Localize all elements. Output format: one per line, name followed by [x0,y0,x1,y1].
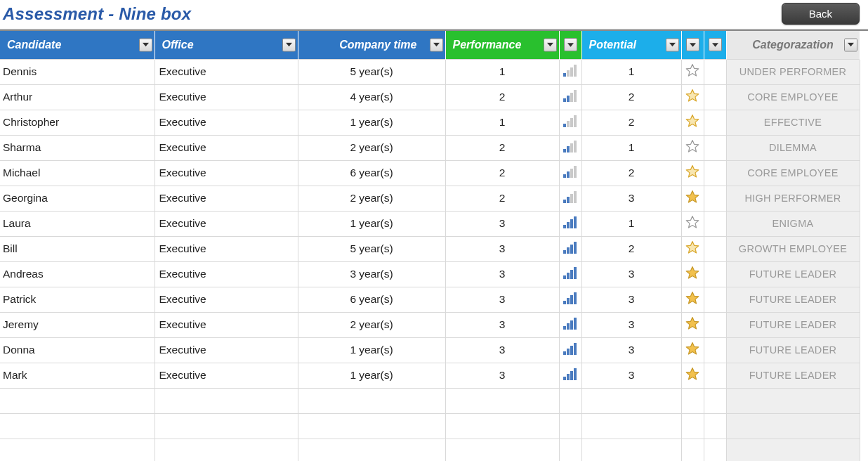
cell-candidate[interactable]: Arthur [0,84,154,110]
cell-performance[interactable]: 2 [445,186,559,211]
table-row[interactable]: AndreasExecutive3 year(s)33FUTURE LEADER [0,261,860,287]
cell-office[interactable]: Executive [154,110,298,135]
table-row[interactable]: SharmaExecutive2 year(s)21DILEMMA [0,135,860,160]
filter-candidate[interactable] [139,38,152,51]
cell-potential[interactable]: 1 [581,211,681,236]
cell-candidate[interactable]: Jeremy [0,312,154,337]
cell-potential[interactable]: 1 [581,135,681,160]
cell-potential[interactable]: 2 [581,160,681,186]
cell-company-time[interactable]: 2 year(s) [298,186,445,211]
cell-office[interactable]: Executive [154,312,298,337]
table-row[interactable]: ChristopherExecutive1 year(s)12EFFECTIVE [0,110,860,135]
cell-spacer [704,337,726,363]
cell-company-time[interactable]: 2 year(s) [298,312,445,337]
cell-performance[interactable]: 2 [445,135,559,160]
cell-office[interactable]: Executive [154,160,298,186]
cell-company-time[interactable]: 1 year(s) [298,110,445,135]
cell-performance[interactable]: 2 [445,84,559,110]
filter-extra[interactable] [709,38,722,51]
filter-categorization[interactable] [844,38,857,51]
cell-candidate[interactable]: Patrick [0,287,154,312]
cell-candidate[interactable]: Christopher [0,110,154,135]
back-button[interactable]: Back [782,3,860,25]
table-row[interactable]: MarkExecutive1 year(s)33FUTURE LEADER [0,363,860,388]
cell-performance[interactable]: 1 [445,59,559,84]
col-company-time[interactable]: Company time [298,31,445,59]
col-candidate[interactable]: Candidate [0,31,154,59]
cell-company-time[interactable]: 4 year(s) [298,84,445,110]
filter-performance-icon[interactable] [564,38,577,51]
cell-performance[interactable]: 3 [445,337,559,363]
svg-rect-28 [563,250,566,254]
col-performance[interactable]: Performance [445,31,559,59]
table-row[interactable]: LauraExecutive1 year(s)31ENIGMA [0,211,860,236]
cell-potential[interactable]: 3 [581,363,681,388]
cell-performance[interactable]: 1 [445,110,559,135]
col-office[interactable]: Office [154,31,298,59]
cell-candidate[interactable]: Donna [0,337,154,363]
cell-potential[interactable]: 3 [581,186,681,211]
cell-company-time[interactable]: 1 year(s) [298,363,445,388]
col-extra-filter[interactable] [704,31,726,59]
cell-performance[interactable]: 2 [445,160,559,186]
cell-office[interactable]: Executive [154,59,298,84]
cell-office[interactable]: Executive [154,287,298,312]
cell-candidate[interactable]: Michael [0,160,154,186]
cell-performance[interactable]: 3 [445,236,559,261]
cell-candidate[interactable]: Sharma [0,135,154,160]
table-row[interactable]: MichaelExecutive6 year(s)22CORE EMPLOYEE [0,160,860,186]
filter-potential-icon[interactable] [686,38,699,51]
cell-company-time[interactable]: 1 year(s) [298,337,445,363]
cell-company-time[interactable]: 6 year(s) [298,287,445,312]
cell-potential[interactable]: 3 [581,261,681,287]
cell-office[interactable]: Executive [154,261,298,287]
cell-company-time[interactable]: 5 year(s) [298,236,445,261]
cell-potential[interactable]: 3 [581,287,681,312]
cell-performance[interactable]: 3 [445,363,559,388]
cell-office[interactable]: Executive [154,84,298,110]
cell-potential[interactable]: 3 [581,337,681,363]
col-potential[interactable]: Potential [581,31,681,59]
cell-candidate[interactable]: Georgina [0,186,154,211]
cell-office[interactable]: Executive [154,236,298,261]
cell-office[interactable]: Executive [154,186,298,211]
cell-company-time[interactable]: 1 year(s) [298,211,445,236]
cell-company-time[interactable]: 6 year(s) [298,160,445,186]
col-performance-icon[interactable] [559,31,581,59]
table-row[interactable]: ArthurExecutive4 year(s)22CORE EMPLOYEE [0,84,860,110]
cell-performance[interactable]: 3 [445,261,559,287]
filter-performance[interactable] [544,38,557,51]
cell-office[interactable]: Executive [154,135,298,160]
filter-potential[interactable] [666,38,679,51]
cell-candidate[interactable]: Dennis [0,59,154,84]
cell-company-time[interactable]: 3 year(s) [298,261,445,287]
cell-candidate[interactable]: Andreas [0,261,154,287]
cell-candidate[interactable]: Laura [0,211,154,236]
cell-potential[interactable]: 2 [581,110,681,135]
cell-candidate[interactable]: Bill [0,236,154,261]
table-row[interactable]: BillExecutive5 year(s)32GROWTH EMPLOYEE [0,236,860,261]
cell-office[interactable]: Executive [154,211,298,236]
cell-potential[interactable]: 3 [581,312,681,337]
cell-potential[interactable]: 2 [581,84,681,110]
bars-icon [563,165,578,178]
cell-performance[interactable]: 3 [445,312,559,337]
cell-performance[interactable]: 3 [445,211,559,236]
table-row[interactable]: PatrickExecutive6 year(s)33FUTURE LEADER [0,287,860,312]
filter-company-time[interactable] [430,38,443,51]
cell-company-time[interactable]: 2 year(s) [298,135,445,160]
col-potential-icon[interactable] [681,31,704,59]
cell-performance[interactable]: 3 [445,287,559,312]
col-categorization[interactable]: Categorazation [726,31,860,59]
cell-potential[interactable]: 1 [581,59,681,84]
cell-office[interactable]: Executive [154,337,298,363]
table-row[interactable]: GeorginaExecutive2 year(s)23HIGH PERFORM… [0,186,860,211]
cell-candidate[interactable]: Mark [0,363,154,388]
cell-potential[interactable]: 2 [581,236,681,261]
table-row[interactable]: DennisExecutive5 year(s)11UNDER PERFORME… [0,59,860,84]
cell-office[interactable]: Executive [154,363,298,388]
table-row[interactable]: DonnaExecutive1 year(s)33FUTURE LEADER [0,337,860,363]
cell-company-time[interactable]: 5 year(s) [298,59,445,84]
table-row[interactable]: JeremyExecutive2 year(s)33FUTURE LEADER [0,312,860,337]
filter-office[interactable] [282,38,296,51]
